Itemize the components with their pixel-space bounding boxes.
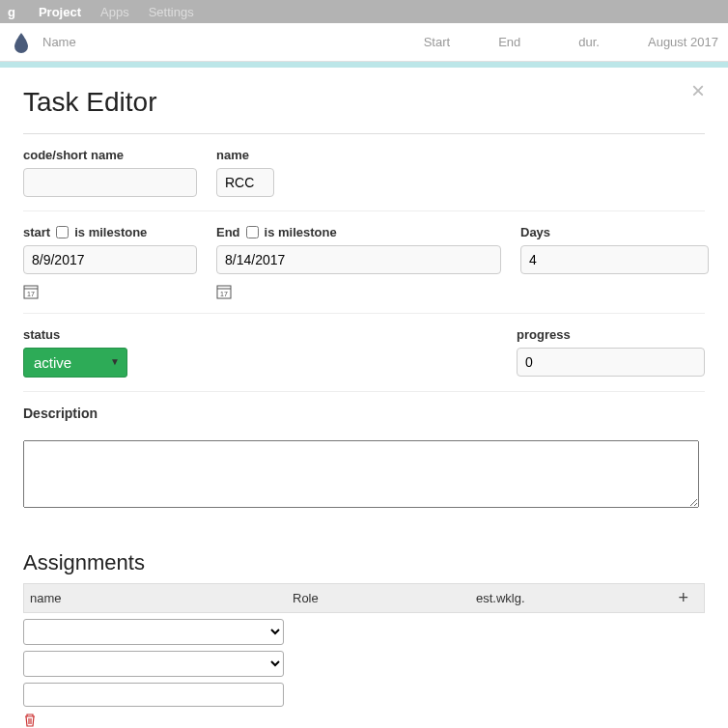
label-end: End (216, 225, 240, 239)
modal-title: Task Editor (23, 87, 705, 118)
assignments-body (23, 613, 705, 728)
trash-icon (23, 713, 37, 728)
assignment-est-input[interactable] (23, 683, 284, 707)
label-name: name (216, 148, 274, 162)
col-month: August 2017 (648, 35, 718, 49)
row-status-progress: status active progress (23, 313, 705, 391)
nav-project[interactable]: Project (39, 5, 81, 19)
add-assignment-button[interactable]: + (678, 588, 688, 608)
nav-apps[interactable]: Apps (100, 5, 129, 19)
col-end: End (498, 35, 520, 49)
end-milestone-checkbox[interactable] (246, 226, 259, 238)
label-days: Days (520, 225, 709, 239)
end-input[interactable] (216, 245, 501, 274)
assignments-title: Assignments (23, 550, 705, 575)
name-input[interactable] (216, 168, 274, 197)
start-input[interactable] (23, 245, 197, 274)
label-code: code/short name (23, 148, 197, 162)
calendar-icon[interactable]: 17 (216, 284, 232, 299)
assignment-role-select[interactable] (23, 651, 284, 677)
delete-assignment-button[interactable] (23, 713, 37, 728)
assignment-name-select[interactable] (23, 619, 284, 645)
assignments-header: name Role est.wklg. + (23, 583, 705, 613)
label-start: start (23, 225, 50, 239)
calendar-icon[interactable]: 17 (23, 284, 39, 299)
drop-icon (10, 31, 33, 54)
row-description: Description (23, 391, 705, 521)
progress-input[interactable] (517, 348, 705, 377)
label-start-milestone: is milestone (74, 225, 147, 239)
assign-col-role: Role (293, 591, 476, 605)
nav-g: g (8, 5, 15, 19)
days-input[interactable] (520, 245, 709, 274)
nav-settings[interactable]: Settings (149, 5, 194, 19)
label-description: Description (23, 406, 98, 421)
table-header: Name Start End dur. August 2017 (0, 23, 728, 62)
assign-col-est: est.wklg. (476, 591, 640, 605)
col-dur: dur. (578, 35, 600, 49)
svg-text:17: 17 (220, 291, 228, 297)
row-code-name: code/short name name (23, 133, 705, 210)
label-status: status (23, 327, 127, 342)
col-start: Start (424, 35, 450, 49)
code-input[interactable] (23, 168, 197, 197)
task-editor-modal: × Task Editor code/short name name start… (0, 68, 728, 728)
status-select[interactable]: active (23, 348, 127, 378)
col-name: Name (42, 35, 414, 49)
label-progress: progress (517, 327, 705, 342)
close-button[interactable]: × (691, 77, 705, 104)
start-milestone-checkbox[interactable] (56, 226, 69, 238)
description-textarea[interactable] (23, 440, 699, 508)
row-dates: start is milestone 17 End is milestone 1… (23, 210, 705, 313)
assign-col-name: name (30, 591, 293, 605)
svg-text:17: 17 (27, 291, 35, 297)
label-end-milestone: is milestone (265, 225, 337, 239)
top-nav: g Project Apps Settings (0, 0, 728, 23)
